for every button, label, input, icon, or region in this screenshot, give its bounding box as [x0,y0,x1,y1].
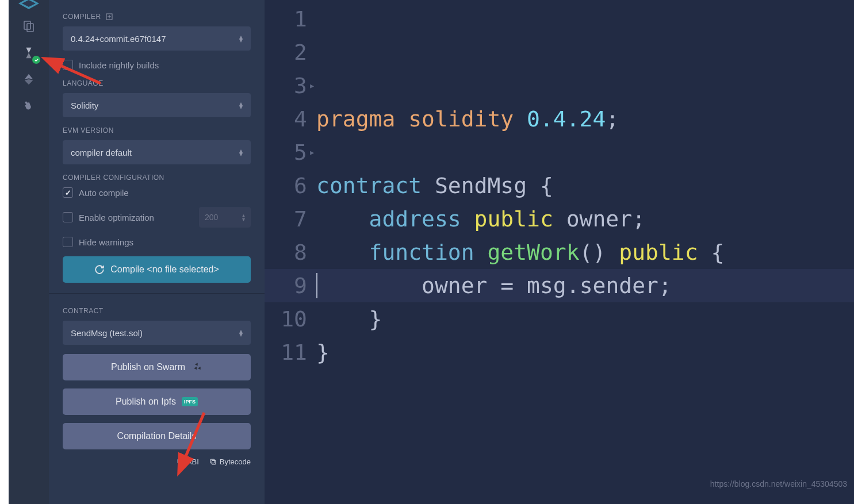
code-area[interactable]: pragma solidity 0.4.24; contract SendMsg… [316,0,724,504]
line-number: 5▸ [271,136,307,169]
svg-rect-14 [179,460,183,464]
solidity-compiler-icon[interactable] [21,45,37,61]
contract-label: CONTRACT [63,307,251,315]
fold-icon[interactable]: ▸ [309,69,315,102]
evm-version-label: EVM VERSION [63,126,251,134]
language-label: LANGUAGE [63,79,251,87]
svg-rect-16 [212,460,216,464]
line-number: 9 [271,269,307,302]
file-explorer-icon[interactable] [21,18,37,34]
nightly-label: Include nightly builds [79,60,159,70]
gutter: 123▸45▸67891011 [265,0,316,504]
success-badge-icon [32,56,40,64]
code-line[interactable]: } [316,336,724,369]
code-editor[interactable]: 123▸45▸67891011 pragma solidity 0.4.24; … [265,0,854,504]
remix-logo-icon [17,0,40,8]
compiler-label: COMPILER [63,13,251,21]
enable-optimization-checkbox[interactable] [63,212,73,222]
code-line[interactable] [316,136,724,169]
svg-marker-11 [195,363,198,366]
publish-ipfs-button[interactable]: Publish on Ipfs IPFS [63,388,251,415]
publish-swarm-button[interactable]: Publish on Swarm [63,354,251,380]
line-number: 7 [271,202,307,236]
code-line[interactable]: pragma solidity 0.4.24; [316,102,724,136]
compile-button[interactable]: Compile <no file selected> [63,256,251,283]
caret-updown-icon: ▴▾ [239,101,243,110]
plus-icon[interactable] [106,13,113,20]
compiler-version-select[interactable]: 0.4.24+commit.e67f0147 ▴▾ [63,26,251,51]
code-line[interactable]: contract SendMsg { [316,169,724,202]
line-number: 6 [271,169,307,202]
compiler-config-label: COMPILER CONFIGURATION [63,174,251,182]
code-line[interactable]: } [316,302,724,336]
icon-bar [9,0,49,504]
svg-rect-17 [210,459,215,463]
window-edge [0,0,9,504]
svg-marker-5 [26,53,31,58]
deploy-run-icon[interactable] [21,71,37,87]
line-number: 2 [271,36,307,69]
evm-version-select[interactable]: compiler default ▴▾ [63,140,251,164]
line-number: 1 [271,2,307,36]
code-line[interactable]: owner = msg.sender; [316,269,724,302]
ipfs-icon: IPFS [182,397,198,406]
line-number: 3▸ [271,69,307,102]
optimization-runs-input[interactable]: 200 ▴▾ [199,207,251,228]
swarm-icon [191,361,202,373]
nightly-checkbox[interactable] [63,60,73,70]
contract-select[interactable]: SendMsg (test.sol) ▴▾ [63,321,251,345]
language-select[interactable]: Solidity ▴▾ [63,93,251,117]
copy-icon [177,458,184,465]
svg-marker-4 [26,48,31,53]
code-line[interactable] [316,436,724,469]
caret-updown-icon: ▴▾ [239,34,243,43]
copy-abi-button[interactable]: ABI [177,457,199,466]
auto-compile-checkbox[interactable] [63,187,73,198]
cursor [316,273,317,298]
hide-warnings-label: Hide warnings [79,237,133,247]
svg-marker-6 [25,74,33,79]
compilation-details-button[interactable]: Compilation Details [63,423,251,449]
code-line[interactable] [316,402,724,436]
svg-marker-13 [198,367,201,370]
caret-updown-icon: ▴▾ [239,329,243,337]
copy-bytecode-button[interactable]: Bytecode [209,457,251,466]
line-number: 4 [271,102,307,136]
compiler-panel: COMPILER 0.4.24+commit.e67f0147 ▴▾ Inclu… [49,0,265,504]
code-line[interactable] [316,369,724,402]
enable-optimization-label: Enable optimization [79,213,154,222]
svg-marker-12 [194,367,197,370]
svg-rect-15 [178,459,182,463]
code-line[interactable]: address public owner; [316,202,724,236]
caret-updown-icon: ▴▾ [239,148,243,157]
plugin-manager-icon[interactable] [21,98,37,114]
line-number: 8 [271,236,307,269]
copy-icon [209,458,217,465]
svg-marker-7 [25,79,33,84]
line-number: 10 [271,302,307,336]
line-number: 11 [271,336,307,369]
fold-icon[interactable]: ▸ [309,136,315,169]
hide-warnings-checkbox[interactable] [63,237,73,247]
auto-compile-label: Auto compile [79,188,129,198]
caret-updown-icon: ▴▾ [242,213,245,221]
refresh-icon [94,264,105,275]
separator [49,293,265,294]
code-line[interactable]: function getWork() public { [316,236,724,269]
watermark: https://blog.csdn.net/weixin_45304503 [710,467,847,501]
